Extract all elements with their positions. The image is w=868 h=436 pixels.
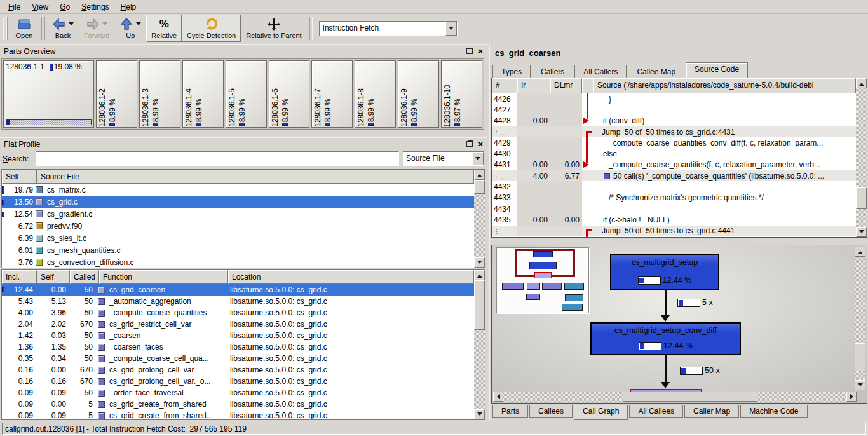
- toolbar-handle[interactable]: [3, 17, 8, 40]
- tab-caller-map[interactable]: Caller Map: [684, 405, 739, 418]
- function-row[interactable]: 2.042.02670cs_grid_restrict_cell_varlibs…: [2, 318, 474, 330]
- graph-hscrollbar[interactable]: [493, 392, 857, 402]
- scroll-up-button[interactable]: [474, 170, 485, 180]
- source-row[interactable]: 4427: [492, 104, 856, 115]
- scroll-right-button[interactable]: [846, 392, 857, 402]
- tab-callee-map[interactable]: Callee Map: [628, 65, 684, 78]
- column-header-source-path[interactable]: Source ('/share/apps/instaladores/code_s…: [593, 78, 856, 93]
- scroll-down-button[interactable]: [474, 409, 485, 419]
- flat-profile-row[interactable]: 3.76cs_convection_diffusion.c: [2, 256, 474, 268]
- menu-help[interactable]: Help: [115, 1, 142, 13]
- function-row[interactable]: 0.160.00670cs_grid_prolong_cell_varlibsa…: [2, 364, 474, 376]
- column-header-incl[interactable]: Incl.: [2, 270, 37, 284]
- source-row[interactable]: 44350.000.00if (c->halo != NULL): [492, 214, 856, 225]
- source-row[interactable]: ⋮…4.006.7750 call(s) '_compute_coarse_qu…: [492, 170, 856, 181]
- flat-profile-row[interactable]: 6.01cs_mesh_quantities.c: [2, 244, 474, 256]
- source-row[interactable]: 4432: [492, 181, 856, 192]
- cycle-detection-toggle-button[interactable]: Cycle Detection: [182, 15, 241, 42]
- menu-view[interactable]: View: [26, 1, 54, 13]
- close-panel-icon[interactable]: ×: [478, 141, 483, 147]
- float-panel-icon[interactable]: [466, 141, 473, 147]
- part-tile-128036-1-6[interactable]: 128036.1-68.99 %: [269, 60, 310, 128]
- function-row[interactable]: 0.090.0950_order_face_traversallibsaturn…: [2, 387, 474, 399]
- flat-profile-row[interactable]: 6.72predvv.f90: [2, 220, 474, 232]
- function-row[interactable]: 0.090.095cs_grid_create_from_shared...li…: [2, 410, 474, 419]
- part-tile-128036-1-1[interactable]: 128036.1-119.08 %: [3, 60, 94, 128]
- source-row[interactable]: ⋮…Jump 50 of 50 times to cs_grid.c:4431: [492, 126, 856, 137]
- menu-settings[interactable]: Settings: [76, 1, 114, 13]
- part-tile-128036-1-5[interactable]: 128036.1-58.99 %: [226, 60, 267, 128]
- source-row[interactable]: ⋮…Jump 50 of 50 times to cs_grid.c:4441: [492, 226, 856, 236]
- column-header-source-file[interactable]: Source File: [37, 170, 474, 184]
- tab-call-graph[interactable]: Call Graph: [574, 405, 628, 420]
- column-header-ir[interactable]: Ir: [517, 78, 550, 93]
- function-table-scrollbar[interactable]: [474, 270, 485, 419]
- column-header-self[interactable]: Self: [2, 170, 37, 184]
- source-row[interactable]: 4434: [492, 203, 856, 214]
- tab-parts[interactable]: Parts: [492, 405, 528, 418]
- menu-go[interactable]: Go: [54, 1, 76, 13]
- search-input[interactable]: [36, 151, 399, 166]
- source-row[interactable]: 4430else: [492, 148, 856, 159]
- forward-button[interactable]: Forward: [79, 15, 114, 42]
- column-header-location[interactable]: Location: [228, 270, 474, 284]
- part-tile-128036-1-7[interactable]: 128036.1-78.99 %: [311, 60, 353, 128]
- combo-dropdown-button[interactable]: [445, 22, 457, 36]
- scroll-down-button[interactable]: [855, 380, 865, 390]
- group-by-select[interactable]: Source File: [403, 151, 484, 166]
- flat-profile-row[interactable]: 6.39cs_sles_it.c: [2, 232, 474, 244]
- column-header-called[interactable]: Called: [70, 270, 99, 284]
- tab-callees[interactable]: Callees: [529, 405, 573, 418]
- scroll-down-button[interactable]: [474, 257, 485, 268]
- toolbar-handle[interactable]: [41, 17, 45, 40]
- graph-node-cs-multigrid-setup-conv-diff[interactable]: cs_multigrid_setup_conv_diff 12.44 %: [590, 322, 741, 355]
- up-dropdown-icon[interactable]: [136, 22, 141, 28]
- column-header-self[interactable]: Self: [37, 270, 70, 284]
- function-row[interactable]: 0.090.005cs_grid_create_from_sharedlibsa…: [2, 399, 474, 410]
- close-panel-icon[interactable]: ×: [478, 48, 483, 55]
- graph-vscrollbar[interactable]: [855, 247, 865, 390]
- menu-file[interactable]: File: [3, 1, 26, 13]
- tab-machine-code[interactable]: Machine Code: [740, 405, 807, 418]
- scrollbar-thumb[interactable]: [623, 392, 757, 402]
- scroll-down-button[interactable]: [856, 227, 867, 237]
- scrollbar-thumb[interactable]: [474, 180, 485, 194]
- source-row[interactable]: 4433/* Synchronize matrix's geometric qu…: [492, 193, 856, 203]
- scroll-up-button[interactable]: [474, 270, 485, 280]
- column-header-function[interactable]: Function: [99, 270, 228, 284]
- function-row[interactable]: 1.361.3550_coarsen_faceslibsaturne.so.5.…: [2, 341, 474, 353]
- function-row[interactable]: 0.160.16670cs_grid_prolong_cell_var._o..…: [2, 376, 474, 387]
- graph-node-cs-multigrid-setup[interactable]: cs_multigrid_setup 12.44 %: [610, 254, 719, 290]
- flat-profile-row[interactable]: 19.79cs_matrix.c: [2, 184, 474, 196]
- tab-all-callees[interactable]: All Callees: [629, 405, 683, 418]
- call-graph-view[interactable]: cs_multigrid_setup 12.44 % 5 x cs_multig…: [491, 245, 867, 404]
- combo-dropdown-button[interactable]: [472, 152, 484, 165]
- tab-all-callers[interactable]: All Callers: [574, 65, 627, 78]
- open-button[interactable]: Open: [10, 15, 39, 42]
- source-row[interactable]: 44280.00if (conv_diff): [492, 116, 856, 126]
- flat-profile-row[interactable]: 12.54cs_gradient.c: [2, 208, 474, 220]
- part-tile-128036-1-8[interactable]: 128036.1-88.99 %: [355, 60, 396, 128]
- flat-profile-row[interactable]: 13.50cs_grid.c: [2, 196, 474, 208]
- toolbar-handle[interactable]: [309, 17, 313, 40]
- relative-toggle-button[interactable]: % Relative: [146, 15, 182, 42]
- flat-profile-scrollbar[interactable]: [474, 170, 485, 268]
- column-header-line[interactable]: #: [492, 78, 517, 93]
- part-tile-128036-1-10[interactable]: 128036.1-108.97 %: [441, 60, 482, 128]
- event-type-select[interactable]: Instruction Fetch: [319, 21, 458, 36]
- part-tile-128036-1-9[interactable]: 128036.1-98.99 %: [398, 60, 439, 128]
- float-panel-icon[interactable]: [466, 48, 473, 54]
- part-tile-128036-1-2[interactable]: 128036.1-28.99 %: [96, 60, 137, 128]
- part-tile-128036-1-3[interactable]: 128036.1-38.99 %: [139, 60, 180, 128]
- source-row[interactable]: 4426}: [492, 93, 856, 104]
- function-row[interactable]: 5.435.1350_automatic_aggregationlibsatur…: [2, 296, 474, 307]
- back-dropdown-icon[interactable]: [69, 22, 74, 28]
- tab-source-code[interactable]: Source Code: [686, 62, 748, 78]
- scrollbar-thumb[interactable]: [474, 280, 485, 330]
- back-button[interactable]: Back: [47, 15, 79, 42]
- tab-callers[interactable]: Callers: [532, 65, 573, 78]
- function-row[interactable]: 1.420.0350_coarsenlibsaturne.so.5.0.0: c…: [2, 330, 474, 341]
- function-row[interactable]: 12.440.0050cs_grid_coarsenlibsaturne.so.…: [2, 284, 474, 296]
- source-scrollbar[interactable]: [856, 78, 867, 237]
- relative-to-parent-toggle-button[interactable]: Relative to Parent: [241, 15, 306, 42]
